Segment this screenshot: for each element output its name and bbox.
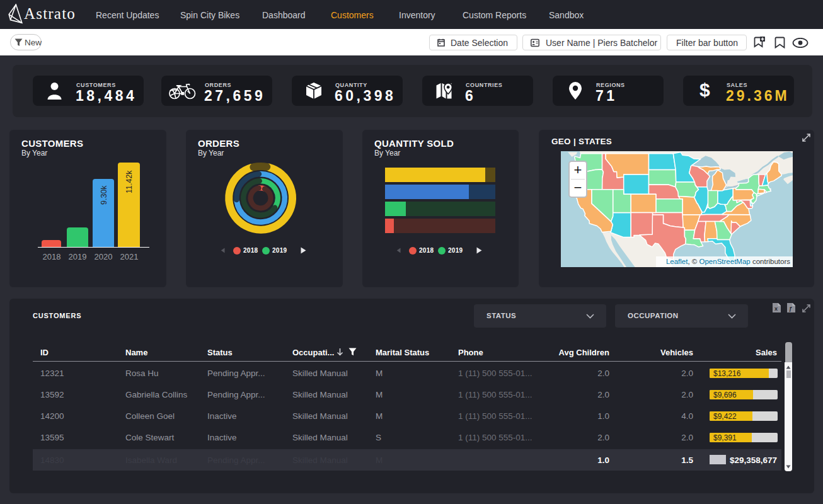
svg-text:ƒ: ƒ (789, 306, 792, 312)
svg-text:x: x (774, 306, 778, 312)
